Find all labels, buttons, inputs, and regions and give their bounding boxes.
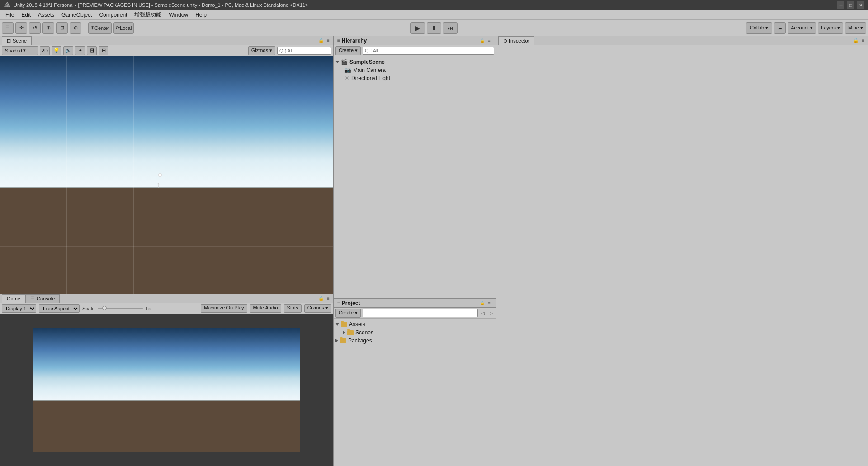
scale-slider[interactable] — [98, 308, 143, 309]
project-toolbar: Create ▾ ◁ ▷ — [334, 308, 496, 319]
project-search-input[interactable] — [363, 309, 478, 317]
hierarchy-menu-button[interactable]: ≡ — [486, 38, 492, 44]
toolbar: ☰ ✛ ↺ ⊕ ⊞ ⊙ ⊕ Center ⟳ Local ▶ ⏸ ⏭ Colla… — [0, 20, 868, 36]
inspector-menu-button[interactable]: ≡ — [860, 38, 866, 44]
scene-grid-v1 — [66, 56, 67, 294]
collab-button[interactable]: Collab ▾ — [746, 22, 772, 34]
hierarchy-create-button[interactable]: Create ▾ — [335, 46, 361, 55]
stats-button[interactable]: Stats — [284, 304, 302, 313]
tool-scale-button[interactable]: ⊕ — [42, 22, 54, 34]
shade-mode-button[interactable]: Shaded ▾ — [2, 46, 38, 55]
menu-window[interactable]: Window — [165, 11, 192, 19]
hierarchy-scene-root[interactable]: 🎬 SampleScene — [334, 58, 496, 66]
pivot-center-button[interactable]: ⊕ Center — [88, 22, 112, 34]
inspector-tab-label: Inspector — [509, 38, 529, 43]
menu-edit[interactable]: Edit — [18, 11, 34, 19]
scene-light-button[interactable]: 💡 — [52, 46, 61, 55]
scene-menu-button[interactable]: ≡ — [325, 38, 331, 44]
hierarchy-item-directional-light[interactable]: ☀ Directional Light — [334, 74, 496, 82]
game-menu-button[interactable]: ≡ — [325, 295, 331, 302]
menu-assets[interactable]: Assets — [34, 11, 58, 19]
project-header: ≡ Project 🔒 ≡ — [334, 299, 496, 308]
pivot-local-label: Local — [120, 25, 132, 31]
toolbar-separator-1 — [85, 23, 85, 33]
scene-fx-button[interactable]: ✦ — [75, 46, 85, 55]
hierarchy-item-main-camera[interactable]: 📷 Main Camera — [334, 66, 496, 74]
scene-lock-button[interactable]: 🔒 — [318, 38, 324, 44]
close-button[interactable]: ✕ — [857, 1, 864, 9]
assets-folder-icon — [341, 322, 347, 327]
menu-enhanced[interactable]: 增强版功能 — [131, 10, 165, 19]
scene-grid-h3 — [0, 246, 333, 247]
console-tab[interactable]: ☰ Console — [25, 294, 60, 303]
project-lock-button[interactable]: 🔒 — [479, 300, 485, 306]
play-button[interactable]: ▶ — [410, 22, 425, 34]
menu-file[interactable]: File — [2, 11, 18, 19]
right-panel: ⊙ Inspector 🔒 ≡ — [496, 36, 868, 466]
shade-dropdown-icon: ▾ — [23, 48, 26, 53]
hierarchy-header-controls: 🔒 ≡ — [479, 38, 492, 44]
inspector-lock-button[interactable]: 🔒 — [853, 38, 859, 44]
project-area: ≡ Project 🔒 ≡ Create ▾ ◁ ▷ Assets — [334, 299, 496, 466]
project-forward-button[interactable]: ▷ — [488, 310, 494, 316]
tool-rect-button[interactable]: ⊞ — [56, 22, 68, 34]
scene-search-input[interactable] — [277, 47, 331, 55]
pivot-center-label: Center — [94, 25, 109, 31]
pause-button[interactable]: ⏸ — [427, 22, 441, 34]
scene-img-button[interactable]: 🖼 — [87, 46, 97, 55]
cloud-button[interactable]: ☁ — [774, 22, 786, 34]
project-scenes-folder[interactable]: Scenes — [334, 328, 496, 337]
menu-bar: File Edit Assets GameObject Component 增强… — [0, 10, 868, 20]
step-button[interactable]: ⏭ — [443, 22, 458, 34]
pivot-local-button[interactable]: ⟳ Local — [113, 22, 134, 34]
game-tab-label: Game — [7, 296, 20, 301]
menu-help[interactable]: Help — [192, 11, 210, 19]
game-horizon — [33, 400, 300, 401]
project-packages-folder[interactable]: Packages — [334, 337, 496, 345]
aspect-select[interactable]: Free Aspect — [39, 304, 80, 313]
project-assets-folder[interactable]: Assets — [334, 320, 496, 328]
project-icon: ≡ — [337, 300, 340, 305]
scene-ground — [0, 187, 333, 294]
project-scenes-label: Scenes — [355, 329, 373, 336]
project-create-button[interactable]: Create ▾ — [335, 309, 361, 318]
menu-gameobject[interactable]: GameObject — [58, 11, 95, 19]
hierarchy-search-input[interactable] — [363, 47, 494, 55]
game-view — [0, 314, 333, 466]
hierarchy-lock-button[interactable]: 🔒 — [479, 38, 485, 44]
game-gizmos-button[interactable]: Gizmos ▾ — [304, 304, 331, 313]
menu-component[interactable]: Component — [95, 11, 131, 19]
scale-label: Scale — [82, 306, 95, 311]
maximize-on-play-button[interactable]: Maximize On Play — [201, 304, 247, 313]
maximize-button[interactable]: □ — [847, 1, 854, 9]
pivot-icon: ⊕ — [90, 25, 94, 31]
scale-value: 1x — [146, 306, 151, 311]
layers-dropdown[interactable]: Layers ▾ — [818, 22, 843, 34]
console-icon: ☰ — [30, 296, 35, 302]
packages-expand-icon — [335, 339, 338, 342]
hierarchy-content: 🎬 SampleScene 📷 Main Camera ☀ Directiona… — [334, 56, 496, 298]
tool-transform-button[interactable]: ⊙ — [70, 22, 81, 34]
game-tab[interactable]: Game — [2, 294, 25, 303]
tool-hand-button[interactable]: ☰ — [2, 22, 14, 34]
account-dropdown[interactable]: Account ▾ — [788, 22, 816, 34]
tool-move-button[interactable]: ✛ — [15, 22, 27, 34]
minimize-button[interactable]: ─ — [837, 1, 844, 9]
inspector-tab[interactable]: ⊙ Inspector — [498, 36, 534, 45]
scene-view: ↑ — [0, 56, 333, 294]
mute-audio-button[interactable]: Mute Audio — [250, 304, 281, 313]
scene-tab[interactable]: ⊞ Scene — [2, 36, 32, 45]
scene-horizon — [0, 187, 333, 188]
tool-rotate-button[interactable]: ↺ — [29, 22, 41, 34]
game-lock-button[interactable]: 🔒 — [318, 295, 324, 302]
project-back-button[interactable]: ◁ — [480, 310, 486, 316]
packages-folder-icon — [340, 338, 346, 343]
display-select[interactable]: Display 1 — [2, 304, 36, 313]
scene-grid-button[interactable]: ⊞ — [99, 46, 108, 55]
shade-mode-label: Shaded — [5, 48, 22, 53]
scene-audio-button[interactable]: 🔊 — [63, 46, 73, 55]
project-menu-button[interactable]: ≡ — [486, 300, 492, 306]
mine-dropdown[interactable]: Mine ▾ — [845, 22, 866, 34]
scene-gizmos-button[interactable]: Gizmos ▾ — [248, 46, 275, 55]
scene-2d-button[interactable]: 2D — [40, 46, 50, 55]
